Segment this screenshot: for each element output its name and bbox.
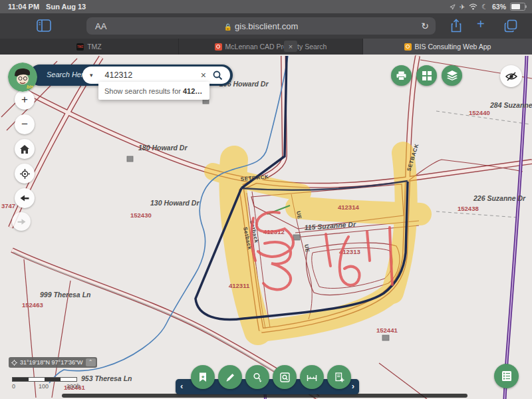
street-label: 226 Suzanne Dr bbox=[473, 194, 526, 202]
street-label: 180 Howard Dr bbox=[138, 144, 188, 152]
status-bar: 11:04 PM Sun Aug 13 ✈ ☾ 63% bbox=[0, 0, 532, 13]
tab-overview-icon[interactable] bbox=[504, 19, 517, 33]
draw-button[interactable] bbox=[218, 365, 242, 389]
search-query-text[interactable]: 412312 bbox=[105, 70, 201, 80]
battery-percent: 63% bbox=[492, 3, 506, 11]
street-label: 999 Theresa Ln bbox=[40, 291, 90, 299]
bis-mascot-avatar[interactable]: bis bbox=[8, 63, 37, 92]
search-suggestion[interactable]: Show search results for412… bbox=[98, 82, 209, 100]
crosshair-icon bbox=[11, 360, 17, 366]
parcel-id: 3747 bbox=[1, 202, 15, 209]
parcel-id: 152441 bbox=[376, 327, 398, 334]
legend-button[interactable] bbox=[494, 364, 519, 388]
tab-tmz[interactable]: TMZ TMZ bbox=[0, 39, 179, 55]
legend-list-icon bbox=[501, 371, 512, 381]
bis-favicon bbox=[404, 43, 412, 51]
airplane-mode-icon: ✈ bbox=[460, 3, 465, 11]
apps-grid-button[interactable] bbox=[416, 65, 437, 86]
eye-slash-icon bbox=[505, 71, 517, 82]
safari-toolbar: ‹ › AA 🔒gis.bisclient.com ↻ + bbox=[0, 13, 532, 39]
search-submit-icon[interactable] bbox=[213, 70, 223, 80]
measure-button[interactable] bbox=[300, 365, 324, 389]
bookmarks-button[interactable]: ★ bbox=[191, 365, 215, 389]
forward-arrow-icon bbox=[17, 218, 26, 225]
toolbar-scroll-left[interactable]: ‹ bbox=[180, 381, 183, 391]
tab-label: BIS Consulting Web App bbox=[415, 43, 491, 51]
identify-button[interactable] bbox=[273, 365, 297, 389]
zoom-out-button[interactable]: − bbox=[15, 114, 35, 134]
close-tab-button[interactable]: × bbox=[284, 41, 297, 52]
street-label: 953 Theresa Ln bbox=[81, 374, 132, 382]
identify-magnifier-icon bbox=[280, 372, 290, 382]
zoom-in-button[interactable]: + bbox=[15, 90, 35, 110]
wifi-icon bbox=[469, 3, 477, 10]
scale-max: 200ft bbox=[66, 383, 80, 390]
location-icon bbox=[450, 4, 456, 10]
scale-bar: 0 100 200ft bbox=[12, 377, 85, 390]
measure-icon bbox=[307, 373, 317, 382]
toolbar-scroll-right[interactable]: › bbox=[352, 381, 354, 391]
tmz-favicon: TMZ bbox=[76, 43, 84, 51]
street-label: 130 Howard Dr bbox=[150, 199, 200, 207]
add-data-button[interactable] bbox=[327, 365, 351, 389]
street-label: 284 Suzanne Dr bbox=[489, 101, 532, 109]
svg-text:★: ★ bbox=[201, 374, 205, 378]
layers-button[interactable] bbox=[442, 65, 462, 86]
parcel-id: 412311 bbox=[229, 282, 250, 289]
next-extent-button[interactable] bbox=[12, 212, 31, 231]
url-text: gis.bisclient.com bbox=[235, 21, 298, 31]
home-icon bbox=[20, 145, 29, 154]
ipad-screen: 11:04 PM Sun Aug 13 ✈ ☾ 63% ‹ › AA 🔒gis bbox=[0, 0, 532, 399]
share-icon[interactable] bbox=[450, 19, 462, 33]
scale-hundred: 100 bbox=[39, 383, 49, 390]
locate-me-button[interactable] bbox=[15, 164, 35, 184]
coordinates-text: 31°19'18"N 97°17'36"W bbox=[20, 359, 83, 366]
tab-label: McLennan CAD Property Search bbox=[225, 43, 327, 51]
date: Sun Aug 13 bbox=[46, 3, 86, 11]
do-not-disturb-moon-icon: ☾ bbox=[481, 3, 488, 11]
reload-button[interactable]: ↻ bbox=[421, 21, 429, 31]
locate-icon bbox=[20, 169, 30, 179]
search-type-dropdown[interactable]: ▾ bbox=[90, 72, 93, 78]
road-lines bbox=[11, 56, 532, 398]
map-canvas[interactable]: 206 Howard Dr 180 Howard Dr 130 Howard D… bbox=[0, 55, 532, 399]
sidebar-toggle-icon[interactable] bbox=[37, 19, 51, 32]
clear-search-button[interactable]: × bbox=[201, 70, 206, 80]
parcel-id: 152438 bbox=[458, 205, 479, 212]
parcel-id: 412314 bbox=[338, 203, 359, 211]
parcel-id: 152430 bbox=[130, 211, 152, 219]
parcel-id: 152440 bbox=[469, 109, 490, 116]
tab-mclennan-cad[interactable]: McLennan CAD Property Search bbox=[179, 39, 363, 55]
pencil-icon bbox=[225, 372, 235, 382]
print-button[interactable] bbox=[391, 65, 412, 86]
select-magnifier-icon bbox=[253, 372, 263, 382]
previous-extent-button[interactable] bbox=[15, 188, 35, 208]
add-page-icon bbox=[334, 372, 344, 382]
parcel-id: 152463 bbox=[22, 301, 43, 309]
gis-map-viewport[interactable]: 206 Howard Dr 180 Howard Dr 130 Howard D… bbox=[0, 55, 532, 399]
address-bar[interactable]: AA 🔒gis.bisclient.com ↻ bbox=[86, 17, 436, 35]
scale-zero: 0 bbox=[12, 383, 15, 390]
battery-icon bbox=[510, 3, 525, 11]
new-tab-button[interactable]: + bbox=[477, 17, 485, 32]
select-tool-button[interactable] bbox=[245, 365, 269, 389]
cad-search-favicon bbox=[215, 43, 222, 51]
hide-ui-button[interactable] bbox=[500, 65, 522, 87]
tab-bis-consulting[interactable]: BIS Consulting Web App bbox=[363, 39, 532, 55]
bookmark-icon: ★ bbox=[198, 372, 207, 382]
tls-lock-icon: 🔒 bbox=[224, 23, 232, 31]
clock: 11:04 PM bbox=[8, 3, 39, 11]
coordinates-readout: 31°19'18"N 97°17'36"W ⌃ bbox=[9, 357, 97, 368]
collapse-coordinates-button[interactable]: ⌃ bbox=[86, 358, 96, 366]
home-extent-button[interactable] bbox=[15, 139, 35, 159]
tab-label: TMZ bbox=[87, 43, 102, 51]
tab-bar: TMZ TMZ McLennan CAD Property Search BIS… bbox=[0, 39, 532, 55]
back-arrow-icon bbox=[20, 194, 29, 202]
